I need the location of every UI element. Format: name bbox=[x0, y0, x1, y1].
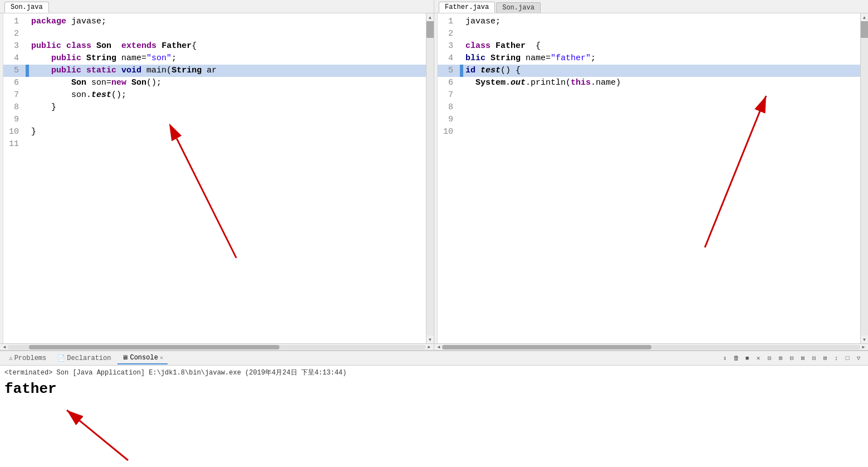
right-tab-father[interactable]: Father.java bbox=[439, 2, 495, 13]
left-scroll-track[interactable] bbox=[426, 21, 434, 335]
console-btn-10[interactable]: ⊞ bbox=[820, 353, 830, 363]
right-code-line-6: 6 System.out.println(this.name) bbox=[438, 77, 860, 89]
console-tab-problems[interactable]: ⚠ Problems bbox=[4, 353, 51, 364]
right-editor-pane: Father.java Son.java 1 javase; 2 bbox=[434, 0, 868, 350]
right-code-line-5: 5 id test() { bbox=[438, 65, 860, 77]
console-btn-1[interactable]: ⇕ bbox=[720, 353, 730, 363]
right-code-line-8: 8 bbox=[438, 101, 860, 114]
console-toolbar[interactable]: ⇕ 🗑 ■ ✕ ⊡ ⊞ ⊟ ⊠ ⊡ ⊞ ↕ □ ▽ bbox=[720, 353, 864, 363]
right-code-line-10: 10 bbox=[438, 126, 860, 138]
left-hscroll-track[interactable] bbox=[8, 345, 426, 349]
console-btn-9[interactable]: ⊡ bbox=[809, 353, 819, 363]
right-code-line-7: 7 bbox=[438, 89, 860, 101]
left-hscroll-right[interactable]: ▶ bbox=[426, 344, 433, 351]
console-btn-11[interactable]: ↕ bbox=[831, 353, 841, 363]
left-editor-pane: Son.java 1 package javase; 2 bbox=[0, 0, 434, 350]
console-output: father bbox=[4, 381, 864, 397]
console-btn-3[interactable]: ■ bbox=[742, 353, 752, 363]
left-tab-bar[interactable]: Son.java bbox=[0, 0, 434, 13]
left-hscroll-left[interactable]: ◀ bbox=[1, 344, 8, 351]
right-hscroll-right[interactable]: ▶ bbox=[860, 344, 867, 351]
console-body: <terminated> Son [Java Application] E:\j… bbox=[0, 366, 868, 467]
svg-line-5 bbox=[67, 410, 128, 460]
left-vertical-scroll[interactable]: ▲ ▼ bbox=[426, 13, 434, 343]
left-scroll-up[interactable]: ▲ bbox=[426, 13, 434, 21]
svg-line-1 bbox=[176, 139, 236, 258]
left-hscroll-thumb[interactable] bbox=[29, 345, 280, 349]
code-line-7: 7 son.test(); bbox=[3, 89, 426, 101]
console-btn-6[interactable]: ⊞ bbox=[776, 353, 786, 363]
console-btn-7[interactable]: ⊟ bbox=[787, 353, 797, 363]
code-line-10: 10 } bbox=[3, 126, 426, 138]
console-btn-4[interactable]: ✕ bbox=[753, 353, 763, 363]
right-scroll-track[interactable] bbox=[861, 21, 868, 335]
left-hscroll[interactable]: ◀ ▶ bbox=[0, 343, 434, 350]
left-code-content[interactable]: 1 package javase; 2 3 public cl bbox=[3, 13, 426, 343]
console-tab-declaration[interactable]: 📄 Declaration bbox=[53, 353, 115, 364]
left-scroll-thumb[interactable] bbox=[426, 21, 434, 38]
right-code-content[interactable]: 1 javase; 2 3 class Father { bbox=[438, 13, 860, 343]
right-hscroll-track[interactable] bbox=[442, 345, 860, 349]
right-code-line-2: 2 bbox=[438, 28, 860, 40]
console-panel: ⚠ Problems 📄 Declaration 🖥 Console ✕ ⇕ 🗑… bbox=[0, 350, 868, 467]
right-hscroll-thumb[interactable] bbox=[442, 345, 651, 349]
console-btn-2[interactable]: 🗑 bbox=[731, 353, 741, 363]
code-line-11: 11 bbox=[3, 138, 426, 150]
left-scroll-down[interactable]: ▼ bbox=[426, 335, 434, 343]
console-btn-13[interactable]: ▽ bbox=[854, 353, 864, 363]
code-line-5: 5 public static void main(String ar bbox=[3, 65, 426, 77]
console-tab-bar[interactable]: ⚠ Problems 📄 Declaration 🖥 Console ✕ ⇕ 🗑… bbox=[0, 351, 868, 366]
console-tab-console[interactable]: 🖥 Console ✕ bbox=[117, 352, 167, 364]
right-tab-bar[interactable]: Father.java Son.java bbox=[434, 0, 868, 13]
left-code-lines: 1 package javase; 2 3 public cl bbox=[3, 16, 426, 150]
right-code-line-9: 9 bbox=[438, 114, 860, 126]
code-line-3: 3 public class Son extends Father{ bbox=[3, 40, 426, 52]
code-line-4: 4 public String name="son"; bbox=[3, 52, 426, 65]
code-line-9: 9 bbox=[3, 114, 426, 126]
code-line-8: 8 } bbox=[3, 101, 426, 114]
right-vertical-scroll[interactable]: ▲ ▼ bbox=[860, 13, 868, 343]
console-btn-12[interactable]: □ bbox=[842, 353, 852, 363]
right-code-line-3: 3 class Father { bbox=[438, 40, 860, 52]
code-line-1: 1 package javase; bbox=[3, 16, 426, 28]
right-code-line-4: 4 blic String name="father"; bbox=[438, 52, 860, 65]
code-line-6: 6 Son son=new Son(); bbox=[3, 77, 426, 89]
console-btn-8[interactable]: ⊠ bbox=[798, 353, 808, 363]
console-btn-5[interactable]: ⊡ bbox=[764, 353, 774, 363]
right-code-lines: 1 javase; 2 3 class Father { bbox=[438, 16, 860, 138]
right-code-line-1: 1 javase; bbox=[438, 16, 860, 28]
right-hscroll[interactable]: ◀ ▶ bbox=[434, 343, 868, 350]
console-terminated-text: <terminated> Son [Java Application] E:\j… bbox=[4, 368, 864, 377]
code-line-2: 2 bbox=[3, 28, 426, 40]
right-tab-son[interactable]: Son.java bbox=[496, 2, 541, 13]
right-scroll-up[interactable]: ▲ bbox=[861, 13, 869, 21]
left-tab-son[interactable]: Son.java bbox=[4, 2, 49, 13]
right-scroll-down[interactable]: ▼ bbox=[861, 335, 869, 343]
right-scroll-thumb[interactable] bbox=[861, 21, 868, 38]
right-hscroll-left[interactable]: ◀ bbox=[435, 344, 442, 351]
